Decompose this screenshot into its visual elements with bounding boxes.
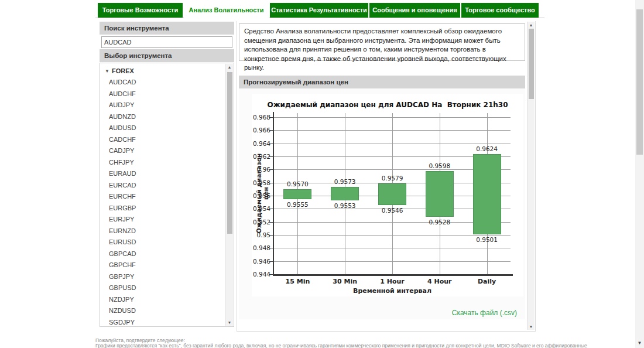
y-tick-label: 0.956 xyxy=(246,192,270,199)
list-scrollbar[interactable]: ▲ ▼ xyxy=(225,64,233,326)
search-input[interactable] xyxy=(101,36,232,48)
instrument-item[interactable]: EURGBP xyxy=(100,203,225,214)
page-scrollbar-thumb[interactable] xyxy=(636,9,643,155)
instrument-item[interactable]: EURNZD xyxy=(100,226,225,237)
main-panel-left-border xyxy=(237,21,237,332)
y-tick-label: 0.968 xyxy=(246,114,270,121)
chart-x-axis-label: Временной интервал xyxy=(274,287,511,295)
download-csv-link[interactable]: Скачать файл (.csv) xyxy=(239,309,522,317)
tab-4[interactable]: Сообщения и оповещения xyxy=(369,3,460,18)
instrument-item[interactable]: CADCHF xyxy=(100,134,225,146)
y-tick-label: 0.946 xyxy=(246,258,270,265)
chart-x-axis xyxy=(273,274,513,276)
bar-high-label: 0.9624 xyxy=(470,145,505,152)
y-tick-label: 0.954 xyxy=(246,205,270,212)
instrument-item[interactable]: GBPCHF xyxy=(100,260,225,271)
forex-group-row[interactable]: ▼FOREX xyxy=(100,65,225,77)
scroll-down-icon[interactable]: ▼ xyxy=(635,340,644,346)
tab-bar: Торговые ВозможностиАнализ Волатильности… xyxy=(98,3,539,18)
tab-underline xyxy=(95,18,544,18)
bar-low-label: 0.9553 xyxy=(327,202,362,209)
scroll-up-icon[interactable]: ▲ xyxy=(226,65,233,69)
forex-group-label: FOREX xyxy=(112,67,134,74)
y-tick-label: 0.952 xyxy=(246,219,270,226)
y-tick-label: 0.966 xyxy=(246,127,270,134)
volatility-range-chart: Ожидаемый диапазон цен для AUDCAD На Вто… xyxy=(252,94,523,296)
instrument-item[interactable]: NZDUSD xyxy=(100,305,225,317)
main-scrollbar-thumb[interactable] xyxy=(529,29,534,99)
instrument-item[interactable]: CADJPY xyxy=(100,145,225,157)
tab-3[interactable]: Статистика Результативности xyxy=(270,3,368,18)
tab-1[interactable]: Торговые Возможности xyxy=(98,3,183,18)
instrument-item[interactable]: CHFJPY xyxy=(100,157,225,169)
y-tick-label: 0.944 xyxy=(246,271,270,278)
instrument-item[interactable]: GBPUSD xyxy=(100,282,225,294)
bar-high-label: 0.9573 xyxy=(327,178,362,185)
instrument-item[interactable]: EURCHF xyxy=(100,191,225,203)
main-panel-scrollbar[interactable]: ▲ ▼ xyxy=(527,22,535,330)
y-tick-label: 0.964 xyxy=(246,140,270,147)
group-expanded-icon: ▼ xyxy=(105,69,109,74)
select-instrument-header: Выбор инструмента xyxy=(100,49,234,62)
bar-high-label: 0.9570 xyxy=(280,180,315,187)
tab-2[interactable]: Анализ Волатильности xyxy=(184,3,269,18)
instrument-item[interactable]: SGDJPY xyxy=(100,317,225,327)
bar-high-label: 0.9598 xyxy=(422,162,457,169)
bar-low-label: 0.9546 xyxy=(375,207,410,214)
range-bar xyxy=(378,183,406,205)
instrument-item[interactable]: EURUSD xyxy=(100,237,225,248)
description-text: Средство Анализа волатильности предостав… xyxy=(239,23,525,61)
instrument-item[interactable]: EURCAD xyxy=(100,180,225,192)
instrument-item[interactable]: EURJPY xyxy=(100,214,225,226)
scroll-down-icon[interactable]: ▼ xyxy=(527,325,535,329)
x-tick-label: 30 Min xyxy=(324,278,365,285)
volatility-analysis-page: Торговые ВозможностиАнализ Волатильности… xyxy=(0,0,644,348)
search-instrument-header: Поиск инструмента xyxy=(100,22,234,35)
range-bar xyxy=(283,189,311,199)
bar-low-label: 0.9501 xyxy=(470,236,505,243)
main-panel-right-border xyxy=(535,21,536,332)
list-scrollbar-thumb[interactable] xyxy=(227,72,232,234)
forecast-section-header: Прогнозируемый диапазон цен xyxy=(239,76,525,88)
bar-low-label: 0.9555 xyxy=(280,201,315,208)
y-tick-label: 0.962 xyxy=(246,153,270,160)
scroll-down-icon[interactable]: ▼ xyxy=(226,320,233,325)
instrument-item[interactable]: GBPJPY xyxy=(100,271,225,283)
tab-5[interactable]: Торговое сообщество xyxy=(461,3,539,18)
instrument-rows: ▼FOREX AUDCADAUDCHFAUDJPYAUDNZDAUDUSDCAD… xyxy=(100,65,225,327)
x-tick-label: 1 Hour xyxy=(372,278,413,285)
instrument-item[interactable]: EURAUD xyxy=(100,168,225,180)
range-bar xyxy=(473,154,501,234)
y-tick-label: 0.95 xyxy=(246,231,270,238)
chart-title: Ожидаемый диапазон цен для AUDCAD На Вто… xyxy=(252,101,523,109)
disclaimer-line2: Графики предоставляются "как есть", без … xyxy=(95,343,546,348)
y-tick-label: 0.958 xyxy=(246,179,270,186)
range-bar xyxy=(331,187,359,200)
instrument-item[interactable]: AUDUSD xyxy=(100,122,225,134)
instrument-item[interactable]: AUDCHF xyxy=(100,88,225,100)
x-tick-label: Daily xyxy=(467,278,508,285)
instrument-item[interactable]: AUDJPY xyxy=(100,100,225,111)
chart-plot-area: Временной интервал 0.9440.9460.9480.950.… xyxy=(274,113,511,274)
bar-low-label: 0.9528 xyxy=(422,219,457,226)
instrument-item[interactable]: AUDCAD xyxy=(100,77,225,88)
x-tick-label: 4 Hour xyxy=(419,278,460,285)
range-bar xyxy=(426,171,454,217)
page-scrollbar[interactable]: ▼ xyxy=(635,0,644,348)
instrument-list: ▼FOREX AUDCADAUDCHFAUDJPYAUDNZDAUDUSDCAD… xyxy=(100,63,234,327)
y-tick-label: 0.96 xyxy=(246,166,270,173)
bar-high-label: 0.9579 xyxy=(375,175,410,182)
instrument-item[interactable]: GBPCAD xyxy=(100,248,225,260)
instrument-item[interactable]: NZDJPY xyxy=(100,294,225,306)
scroll-up-icon[interactable]: ▲ xyxy=(527,23,535,27)
main-panel-bottom-border xyxy=(237,331,536,332)
y-tick-label: 0.948 xyxy=(246,244,270,251)
instrument-item[interactable]: AUDNZD xyxy=(100,111,225,123)
x-tick-label: 15 Min xyxy=(277,278,318,285)
